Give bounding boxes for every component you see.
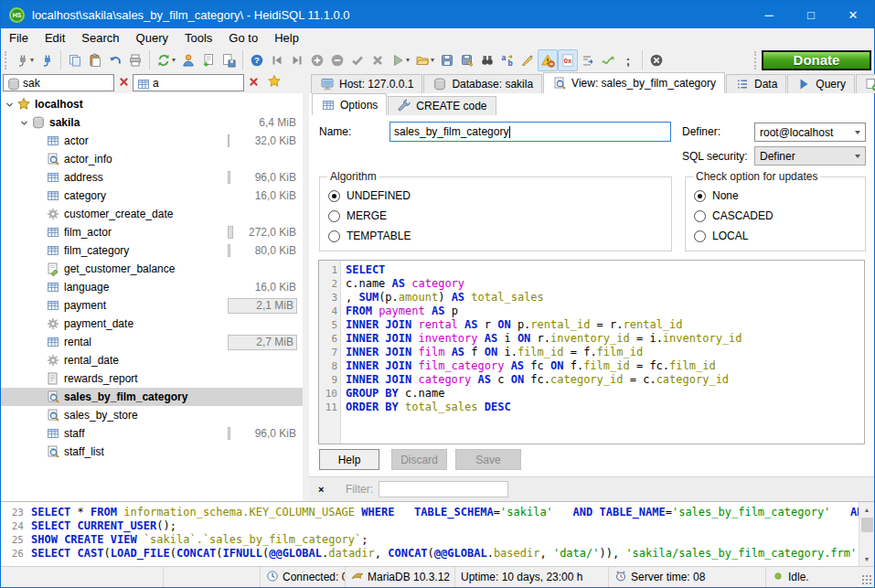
blob-as-hex-button[interactable]: 0x <box>558 49 578 71</box>
log-scrollbar[interactable]: ▲ ▼ <box>859 502 874 566</box>
insert-files-button[interactable] <box>578 49 598 71</box>
minimize-button[interactable]: ─ <box>748 1 790 28</box>
greendot-icon <box>772 570 784 585</box>
go-last-button[interactable] <box>287 49 307 71</box>
favorites-button[interactable] <box>264 74 284 92</box>
radio-temptable[interactable]: TEMPTABLE <box>320 226 671 246</box>
bind-parameters-button[interactable] <box>598 49 618 71</box>
radio-none[interactable]: None <box>686 186 865 206</box>
tab-view[interactable]: View: sales_by_film_category <box>543 72 725 93</box>
go-first-button[interactable] <box>267 49 287 71</box>
post-changes-button[interactable] <box>347 49 368 71</box>
tree-item-payment_date[interactable]: payment_date <box>1 315 303 333</box>
help-button[interactable]: ? <box>247 49 267 71</box>
maximize-button[interactable]: □ <box>790 1 832 28</box>
chevron-down-icon[interactable] <box>5 100 16 110</box>
select-statement-editor[interactable]: 1234567891011 SELECTc.name AS category, … <box>318 260 865 444</box>
tree-item-payment[interactable]: payment2,1 MiB <box>1 296 303 315</box>
radio-undefined[interactable]: UNDEFINED <box>320 186 671 206</box>
tree-item-address[interactable]: address96,0 KiB <box>1 168 303 187</box>
tree-item-localhost[interactable]: localhost <box>1 95 303 113</box>
disconnect-button[interactable] <box>37 49 57 71</box>
view-name-input[interactable]: sales_by_film_category <box>389 122 671 142</box>
tree-item-customer_create_date[interactable]: customer_create_date <box>1 205 303 223</box>
tab-new-query[interactable] <box>856 74 875 93</box>
copy-button[interactable] <box>65 49 85 71</box>
load-sql-file-button[interactable]: ▾ <box>412 49 437 71</box>
query-warnings-button[interactable] <box>538 49 558 71</box>
tree-item-film_actor[interactable]: film_actor272,0 KiB <box>1 223 303 241</box>
reformat-sql-button[interactable] <box>518 49 538 71</box>
refresh-button[interactable]: ▾ <box>154 49 178 71</box>
save-button[interactable]: Save <box>455 449 521 470</box>
donate-button[interactable]: Donate <box>762 50 871 70</box>
save-snippet-button[interactable] <box>219 49 239 71</box>
menu-file[interactable]: File <box>1 30 37 46</box>
menu-query[interactable]: Query <box>128 30 176 46</box>
toolbar-grip[interactable] <box>5 51 8 69</box>
resize-grip[interactable] <box>861 574 872 585</box>
tree-item-staff_list[interactable]: staff_list <box>1 443 303 461</box>
export-database-button[interactable] <box>198 49 219 71</box>
tree-item-sakila[interactable]: sakila6,4 MiB <box>1 113 303 132</box>
delimiter-button[interactable]: ; <box>618 49 638 71</box>
scrollbar-thumb[interactable] <box>861 518 873 532</box>
cancel-editing-button[interactable] <box>368 49 388 71</box>
replace-text-button[interactable]: ab <box>497 49 518 71</box>
menu-help[interactable]: Help <box>266 30 307 46</box>
save-sql-button[interactable] <box>437 49 457 71</box>
undo-button[interactable] <box>105 49 125 71</box>
menu-tools[interactable]: Tools <box>176 30 220 46</box>
paste-button[interactable] <box>85 49 105 71</box>
subtab-options[interactable]: Options <box>312 93 387 115</box>
tree-item-get_customer_balance[interactable]: get_customer_balance <box>1 260 303 278</box>
stop-process-button[interactable] <box>646 49 667 71</box>
toolbar-grip[interactable] <box>754 51 758 69</box>
definer-combo[interactable]: root@localhost <box>754 123 866 142</box>
subtab-create-code[interactable]: CREATE code <box>388 96 496 115</box>
tree-item-actor_info[interactable]: actor_info <box>1 150 303 168</box>
clear-table-filter-button[interactable] <box>244 74 262 92</box>
tab-host[interactable]: Host: 127.0.0.1 <box>311 74 422 93</box>
table-filter-input[interactable]: a <box>133 74 244 91</box>
tree-item-staff[interactable]: staff96,0 KiB <box>1 424 303 443</box>
find-text-button[interactable] <box>477 49 497 71</box>
tree-item-sales_by_store[interactable]: sales_by_store <box>1 406 303 424</box>
delete-row-button[interactable] <box>327 49 347 71</box>
close-filter-button[interactable]: × <box>318 484 336 495</box>
insert-row-button[interactable] <box>307 49 327 71</box>
radio-cascaded[interactable]: CASCADED <box>686 206 865 226</box>
menu-edit[interactable]: Edit <box>37 30 73 46</box>
execute-sql-button[interactable]: ▾ <box>388 49 412 71</box>
menu-search[interactable]: Search <box>73 30 127 46</box>
radio-merge[interactable]: MERGE <box>320 206 671 226</box>
tree-item-language[interactable]: language16,0 KiB <box>1 278 303 296</box>
discard-button[interactable]: Discard <box>391 449 447 470</box>
tab-query[interactable]: Query <box>787 74 855 93</box>
user-manager-button[interactable] <box>178 49 198 71</box>
database-filter-input[interactable]: sak <box>3 74 114 91</box>
panel-splitter[interactable] <box>303 72 309 501</box>
filter-input[interactable] <box>379 481 508 497</box>
scroll-up-arrow[interactable]: ▲ <box>859 502 874 517</box>
radio-local[interactable]: LOCAL <box>686 226 865 246</box>
tree-item-category[interactable]: category16,0 KiB <box>1 187 303 205</box>
close-button[interactable]: ✕ <box>832 1 874 28</box>
tree-item-rewards_report[interactable]: rewards_report <box>1 369 303 388</box>
tree-item-film_category[interactable]: film_category80,0 KiB <box>1 241 303 260</box>
tree-item-rental[interactable]: rental2,7 MiB <box>1 333 303 351</box>
tab-database[interactable]: Database: sakila <box>423 74 542 93</box>
scroll-down-arrow[interactable]: ▼ <box>859 551 874 566</box>
tree-item-rental_date[interactable]: rental_date <box>1 351 303 369</box>
clear-database-filter-button[interactable] <box>114 74 133 92</box>
sql-security-combo[interactable]: Definer <box>754 146 866 166</box>
tree-item-actor[interactable]: actor32,0 KiB <box>1 132 303 150</box>
tab-data[interactable]: Data <box>726 74 786 93</box>
tree-item-sales_by_film_category[interactable]: sales_by_film_category <box>1 388 303 406</box>
save-sql-as-button[interactable] <box>457 49 477 71</box>
print-button[interactable] <box>125 49 145 71</box>
help-button[interactable]: Help <box>319 449 379 470</box>
menu-go-to[interactable]: Go to <box>220 30 266 46</box>
chevron-down-icon[interactable] <box>19 118 31 128</box>
connect-button[interactable]: ▾ <box>12 49 37 71</box>
